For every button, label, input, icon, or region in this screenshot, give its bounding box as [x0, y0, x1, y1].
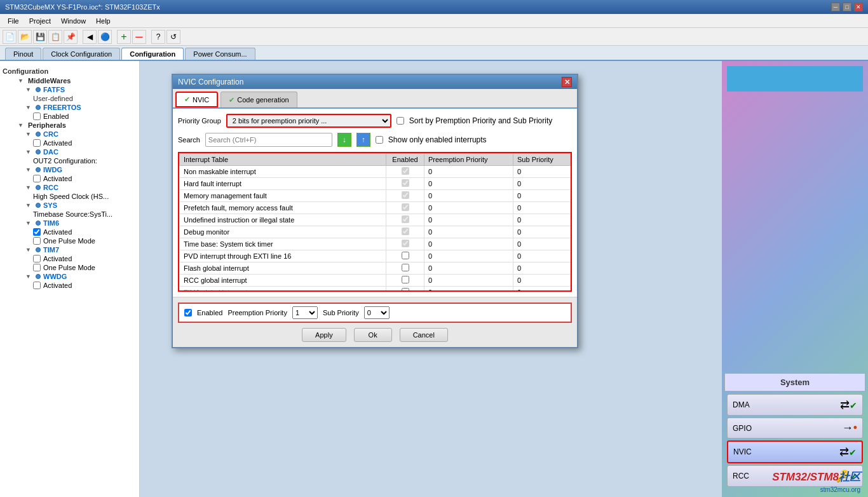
gpio-button[interactable]: GPIO →•: [727, 418, 863, 439]
search-up-button[interactable]: ↑: [356, 133, 370, 147]
enabled-cell[interactable]: [386, 275, 424, 287]
dialog-close-button[interactable]: ✕: [562, 77, 572, 87]
enabled-cell[interactable]: [386, 190, 424, 202]
toolbar-fwd[interactable]: 🔵: [98, 30, 112, 44]
dma-button[interactable]: DMA ⇄✔: [727, 394, 863, 416]
enabled-cell[interactable]: [386, 214, 424, 226]
maximize-button[interactable]: □: [843, 3, 851, 11]
toolbar-btn5[interactable]: 📌: [64, 30, 78, 44]
sidebar-fatfs[interactable]: ▼ FATFS: [3, 85, 137, 94]
col-preemption: Preemption Priority: [424, 154, 513, 166]
minimize-button[interactable]: ─: [831, 3, 840, 11]
menu-help[interactable]: Help: [91, 16, 116, 26]
toolbar-refresh[interactable]: ↺: [166, 30, 180, 44]
toolbar-save[interactable]: 💾: [33, 30, 47, 44]
preemption-cell: 0: [424, 178, 513, 190]
expand-freertos-icon[interactable]: ▼: [25, 104, 33, 111]
gpio-icon: →•: [842, 421, 857, 435]
iwdg-activated-checkbox[interactable]: [33, 175, 41, 182]
right-panel: System DMA ⇄✔ GPIO →• NVIC ⇄✔ RCC 🔑✔: [722, 61, 868, 497]
nvic-button[interactable]: NVIC ⇄✔: [727, 440, 863, 463]
sidebar-tim6[interactable]: ▼ TIM6: [3, 219, 137, 228]
bottom-sub-select[interactable]: 0: [364, 306, 390, 319]
gpio-label: GPIO: [733, 424, 752, 433]
cancel-button[interactable]: Cancel: [400, 328, 448, 342]
tim6-activated-checkbox[interactable]: [33, 228, 41, 236]
expand-wwdg-icon[interactable]: ▼: [25, 273, 33, 280]
enabled-cell[interactable]: [386, 238, 424, 250]
show-enabled-checkbox[interactable]: [376, 136, 383, 144]
toolbar-save-as[interactable]: 📋: [48, 30, 62, 44]
wwdg-activated-checkbox[interactable]: [33, 282, 41, 289]
sidebar-wwdg[interactable]: ▼ WWDG: [3, 272, 137, 281]
expand-iwdg-icon[interactable]: ▼: [25, 167, 33, 173]
search-go-button[interactable]: ↓: [337, 133, 351, 147]
sys-status-icon: [36, 203, 41, 208]
tab-configuration[interactable]: Configuration: [121, 48, 184, 60]
sidebar-rcc[interactable]: ▼ RCC: [3, 183, 137, 192]
menu-project[interactable]: Project: [24, 16, 56, 26]
enabled-cell[interactable]: [386, 166, 424, 178]
enabled-cell[interactable]: [386, 250, 424, 262]
toolbar-open[interactable]: 📂: [18, 30, 32, 44]
sidebar-dac[interactable]: ▼ DAC: [3, 147, 137, 156]
menu-window[interactable]: Window: [56, 16, 91, 26]
expand-dac-icon[interactable]: ▼: [25, 149, 33, 155]
freertos-enabled-checkbox[interactable]: [33, 112, 41, 120]
preemption-cell: 0: [424, 190, 513, 202]
ok-button[interactable]: Ok: [354, 328, 392, 342]
search-input[interactable]: [205, 133, 332, 147]
expand-rcc-icon[interactable]: ▼: [25, 184, 33, 191]
expand-fatfs-icon[interactable]: ▼: [25, 86, 33, 93]
toolbar-help[interactable]: ?: [151, 30, 165, 44]
sidebar-iwdg[interactable]: ▼ IWDG: [3, 165, 137, 174]
expand-tim6-icon[interactable]: ▼: [25, 220, 33, 226]
enabled-cell[interactable]: [386, 178, 424, 190]
sidebar-middlewares[interactable]: ▼ MiddleWares: [3, 76, 137, 85]
tab-clock[interactable]: Clock Configuration: [43, 48, 120, 60]
sidebar-sys[interactable]: ▼ SYS: [3, 201, 137, 210]
fatfs-status-icon: [36, 87, 41, 92]
bottom-enabled-checkbox[interactable]: [184, 309, 192, 317]
priority-group-label: Priority Group: [178, 117, 221, 125]
tim7-opmode-checkbox[interactable]: [33, 264, 41, 271]
interrupt-table-container[interactable]: Interrupt Table Enabled Preemption Prior…: [178, 152, 572, 292]
enabled-cell[interactable]: [386, 287, 424, 292]
priority-group-row: Priority Group 2 bits for preemption pri…: [178, 114, 572, 128]
apply-button[interactable]: Apply: [302, 328, 346, 342]
titlebar-controls: ─ □ ✕: [831, 3, 863, 11]
sidebar-iwdg-activated: Activated: [3, 174, 137, 183]
sidebar-freertos[interactable]: ▼ FREERTOS: [3, 103, 137, 112]
sidebar-crc[interactable]: ▼ CRC: [3, 130, 137, 139]
enabled-cell[interactable]: [386, 202, 424, 214]
expand-sys-icon[interactable]: ▼: [25, 202, 33, 208]
enabled-cell[interactable]: [386, 226, 424, 238]
nvic-icon: ⇄✔: [839, 445, 857, 459]
dialog-tab-nvic[interactable]: ✔ NVIC: [175, 92, 218, 107]
search-label: Search: [178, 136, 200, 144]
tab-power[interactable]: Power Consum...: [185, 48, 255, 60]
expand-tim7-icon[interactable]: ▼: [25, 247, 33, 253]
priority-group-select[interactable]: 2 bits for preemption priority ...: [226, 114, 391, 128]
dma-icon: ⇄✔: [840, 398, 857, 412]
crc-activated-checkbox[interactable]: [33, 139, 41, 147]
close-button[interactable]: ✕: [854, 3, 863, 11]
bottom-preemption-select[interactable]: 1: [292, 306, 318, 319]
menu-file[interactable]: File: [3, 16, 24, 26]
sidebar-tim7[interactable]: ▼ TIM7: [3, 245, 137, 254]
table-row: RCC global interrupt: [180, 275, 386, 287]
sidebar-peripherals[interactable]: ▼ Peripherals: [3, 121, 137, 130]
toolbar-remove[interactable]: ─: [132, 30, 146, 44]
tab-pinout[interactable]: Pinout: [5, 48, 41, 60]
expand-peripherals-icon[interactable]: ▼: [18, 122, 25, 128]
dialog-tab-codegen[interactable]: ✔ Code generation: [220, 92, 297, 107]
expand-middlewares-icon[interactable]: ▼: [18, 78, 25, 84]
tim6-opmode-checkbox[interactable]: [33, 237, 41, 245]
enabled-cell[interactable]: [386, 262, 424, 275]
toolbar-back[interactable]: ◀: [83, 30, 97, 44]
toolbar-add[interactable]: +: [117, 30, 131, 44]
expand-crc-icon[interactable]: ▼: [25, 131, 33, 137]
sort-checkbox[interactable]: [397, 117, 404, 125]
tim7-activated-checkbox[interactable]: [33, 255, 41, 262]
toolbar-new[interactable]: 📄: [3, 30, 17, 44]
